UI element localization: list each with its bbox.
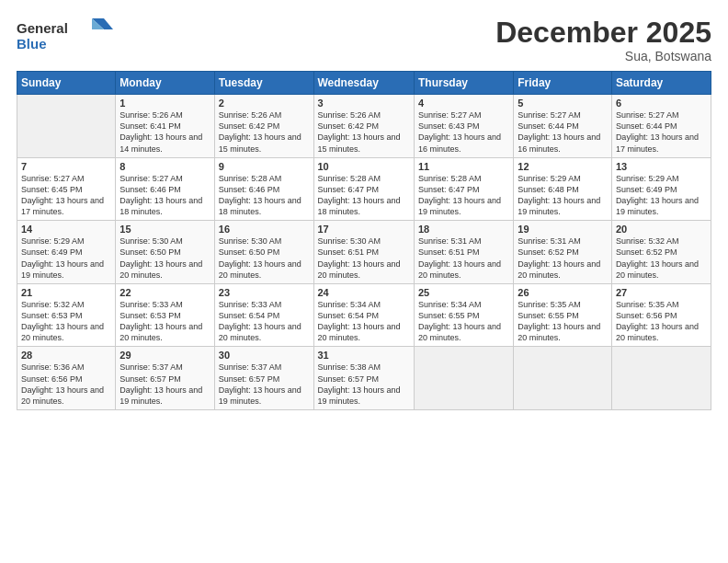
day-info: Sunrise: 5:30 AMSunset: 6:50 PMDaylight:… — [119, 236, 210, 281]
day-number: 12 — [518, 161, 608, 172]
day-info: Sunrise: 5:27 AMSunset: 6:45 PMDaylight:… — [21, 173, 111, 218]
day-number: 17 — [318, 224, 410, 235]
day-info: Sunrise: 5:32 AMSunset: 6:53 PMDaylight:… — [21, 299, 111, 344]
title-block: December 2025 Sua, Botswana — [495, 17, 711, 63]
day-number: 28 — [21, 350, 111, 361]
day-number: 30 — [219, 350, 310, 361]
day-number: 9 — [219, 161, 310, 172]
day-info: Sunrise: 5:27 AMSunset: 6:46 PMDaylight:… — [119, 173, 210, 218]
day-info: Sunrise: 5:28 AMSunset: 6:47 PMDaylight:… — [418, 173, 509, 218]
week-row-3: 21Sunrise: 5:32 AMSunset: 6:53 PMDayligh… — [17, 283, 711, 347]
table-row: 13Sunrise: 5:29 AMSunset: 6:49 PMDayligh… — [611, 157, 711, 221]
day-number: 10 — [318, 161, 410, 172]
day-number: 26 — [518, 287, 608, 298]
table-row: 25Sunrise: 5:34 AMSunset: 6:55 PMDayligh… — [414, 283, 513, 347]
table-row: 8Sunrise: 5:27 AMSunset: 6:46 PMDaylight… — [116, 157, 214, 221]
day-info: Sunrise: 5:26 AMSunset: 6:42 PMDaylight:… — [219, 109, 310, 155]
table-row — [414, 347, 513, 410]
table-row: 1Sunrise: 5:26 AMSunset: 6:41 PMDaylight… — [116, 95, 214, 158]
day-number: 24 — [318, 287, 410, 298]
day-info: Sunrise: 5:34 AMSunset: 6:54 PMDaylight:… — [318, 299, 410, 344]
day-info: Sunrise: 5:38 AMSunset: 6:57 PMDaylight:… — [318, 362, 410, 407]
table-row: 24Sunrise: 5:34 AMSunset: 6:54 PMDayligh… — [313, 283, 414, 347]
day-info: Sunrise: 5:30 AMSunset: 6:50 PMDaylight:… — [219, 236, 310, 281]
day-info: Sunrise: 5:28 AMSunset: 6:46 PMDaylight:… — [219, 173, 310, 218]
day-number: 31 — [318, 350, 410, 361]
header: General Blue December 2025 Sua, Botswana — [17, 17, 711, 63]
day-info: Sunrise: 5:27 AMSunset: 6:43 PMDaylight:… — [418, 109, 509, 155]
day-info: Sunrise: 5:37 AMSunset: 6:57 PMDaylight:… — [219, 362, 310, 407]
day-number: 22 — [119, 287, 210, 298]
day-info: Sunrise: 5:33 AMSunset: 6:53 PMDaylight:… — [119, 299, 210, 344]
day-number: 14 — [21, 224, 111, 235]
day-number: 1 — [119, 98, 210, 109]
day-number: 29 — [119, 350, 210, 361]
day-info: Sunrise: 5:26 AMSunset: 6:42 PMDaylight:… — [318, 109, 410, 155]
day-info: Sunrise: 5:27 AMSunset: 6:44 PMDaylight:… — [616, 109, 707, 155]
table-row: 22Sunrise: 5:33 AMSunset: 6:53 PMDayligh… — [116, 283, 214, 347]
day-info: Sunrise: 5:28 AMSunset: 6:47 PMDaylight:… — [318, 173, 410, 218]
table-row: 20Sunrise: 5:32 AMSunset: 6:52 PMDayligh… — [611, 221, 711, 284]
week-row-0: 1Sunrise: 5:26 AMSunset: 6:41 PMDaylight… — [17, 95, 711, 158]
day-number: 5 — [518, 98, 608, 109]
day-number: 19 — [518, 224, 608, 235]
day-number: 20 — [616, 224, 707, 235]
day-number: 3 — [318, 98, 410, 109]
table-row: 19Sunrise: 5:31 AMSunset: 6:52 PMDayligh… — [514, 221, 612, 284]
table-row: 17Sunrise: 5:30 AMSunset: 6:51 PMDayligh… — [313, 221, 414, 284]
day-info: Sunrise: 5:29 AMSunset: 6:49 PMDaylight:… — [21, 236, 111, 281]
day-info: Sunrise: 5:31 AMSunset: 6:51 PMDaylight:… — [418, 236, 509, 281]
page: General Blue December 2025 Sua, Botswana… — [0, 0, 728, 563]
day-info: Sunrise: 5:35 AMSunset: 6:55 PMDaylight:… — [518, 299, 608, 344]
table-row: 3Sunrise: 5:26 AMSunset: 6:42 PMDaylight… — [313, 95, 414, 158]
table-row: 27Sunrise: 5:35 AMSunset: 6:56 PMDayligh… — [611, 283, 711, 347]
day-info: Sunrise: 5:36 AMSunset: 6:56 PMDaylight:… — [21, 362, 111, 407]
col-header-monday: Monday — [116, 72, 214, 95]
day-info: Sunrise: 5:30 AMSunset: 6:51 PMDaylight:… — [318, 236, 410, 281]
month-title: December 2025 — [495, 17, 711, 49]
col-header-saturday: Saturday — [611, 72, 711, 95]
table-row — [611, 347, 711, 410]
table-row — [514, 347, 612, 410]
day-info: Sunrise: 5:27 AMSunset: 6:44 PMDaylight:… — [518, 109, 608, 155]
day-number: 11 — [418, 161, 509, 172]
table-row: 7Sunrise: 5:27 AMSunset: 6:45 PMDaylight… — [17, 157, 116, 221]
table-row: 30Sunrise: 5:37 AMSunset: 6:57 PMDayligh… — [214, 347, 313, 410]
table-row: 9Sunrise: 5:28 AMSunset: 6:46 PMDaylight… — [214, 157, 313, 221]
table-row: 21Sunrise: 5:32 AMSunset: 6:53 PMDayligh… — [17, 283, 116, 347]
day-number: 7 — [21, 161, 111, 172]
day-number: 21 — [21, 287, 111, 298]
week-row-1: 7Sunrise: 5:27 AMSunset: 6:45 PMDaylight… — [17, 157, 711, 221]
col-header-tuesday: Tuesday — [214, 72, 313, 95]
table-row — [17, 95, 116, 158]
day-info: Sunrise: 5:37 AMSunset: 6:57 PMDaylight:… — [119, 362, 210, 407]
day-number: 6 — [616, 98, 707, 109]
day-info: Sunrise: 5:33 AMSunset: 6:54 PMDaylight:… — [219, 299, 310, 344]
day-info: Sunrise: 5:26 AMSunset: 6:41 PMDaylight:… — [119, 109, 210, 155]
calendar: Sunday Monday Tuesday Wednesday Thursday… — [17, 71, 711, 410]
logo-text: General Blue — [17, 17, 118, 57]
day-number: 8 — [119, 161, 210, 172]
day-number: 18 — [418, 224, 509, 235]
table-row: 26Sunrise: 5:35 AMSunset: 6:55 PMDayligh… — [514, 283, 612, 347]
table-row: 18Sunrise: 5:31 AMSunset: 6:51 PMDayligh… — [414, 221, 513, 284]
table-row: 16Sunrise: 5:30 AMSunset: 6:50 PMDayligh… — [214, 221, 313, 284]
day-number: 25 — [418, 287, 509, 298]
day-number: 2 — [219, 98, 310, 109]
header-row: Sunday Monday Tuesday Wednesday Thursday… — [17, 72, 711, 95]
table-row: 11Sunrise: 5:28 AMSunset: 6:47 PMDayligh… — [414, 157, 513, 221]
day-number: 13 — [616, 161, 707, 172]
col-header-friday: Friday — [514, 72, 612, 95]
day-number: 4 — [418, 98, 509, 109]
table-row: 15Sunrise: 5:30 AMSunset: 6:50 PMDayligh… — [116, 221, 214, 284]
day-number: 23 — [219, 287, 310, 298]
day-info: Sunrise: 5:32 AMSunset: 6:52 PMDaylight:… — [616, 236, 707, 281]
table-row: 5Sunrise: 5:27 AMSunset: 6:44 PMDaylight… — [514, 95, 612, 158]
svg-text:General: General — [17, 20, 68, 36]
table-row: 10Sunrise: 5:28 AMSunset: 6:47 PMDayligh… — [313, 157, 414, 221]
day-number: 16 — [219, 224, 310, 235]
day-info: Sunrise: 5:35 AMSunset: 6:56 PMDaylight:… — [616, 299, 707, 344]
day-info: Sunrise: 5:29 AMSunset: 6:49 PMDaylight:… — [616, 173, 707, 218]
table-row: 12Sunrise: 5:29 AMSunset: 6:48 PMDayligh… — [514, 157, 612, 221]
week-row-4: 28Sunrise: 5:36 AMSunset: 6:56 PMDayligh… — [17, 347, 711, 410]
